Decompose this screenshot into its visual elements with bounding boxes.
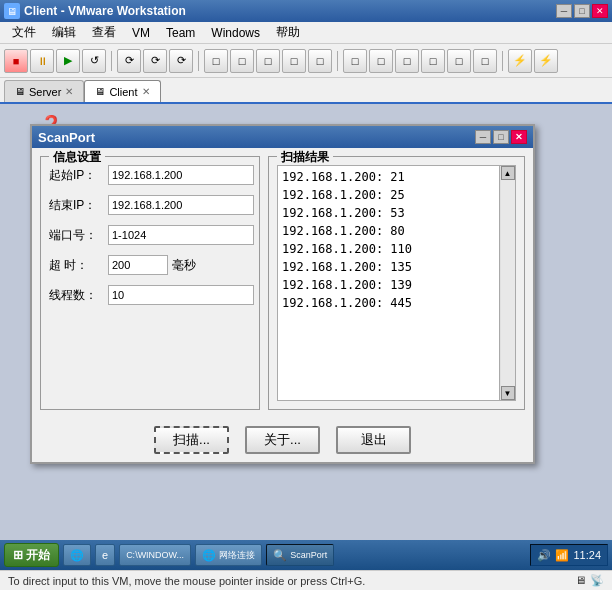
tray-icon-1: 🔊 bbox=[537, 549, 551, 562]
tab-server-close[interactable]: ✕ bbox=[65, 86, 73, 97]
scroll-up[interactable]: ▲ bbox=[501, 166, 515, 180]
taskbar: ⊞ 开始 🌐 e C:\WINDOW... 🌐 网络连接 🔍 ScanPort … bbox=[0, 540, 612, 570]
scanport-icon: 🔍 bbox=[273, 549, 287, 562]
network-icon: 🌐 bbox=[202, 549, 216, 562]
tool-14[interactable]: □ bbox=[473, 49, 497, 73]
tool-1[interactable]: ⟳ bbox=[117, 49, 141, 73]
result-panel: 扫描结果 192.168.1.200: 21192.168.1.200: 251… bbox=[268, 156, 525, 410]
tab-bar: 🖥 Server ✕ 🖥 Client ✕ bbox=[0, 78, 612, 104]
dialog-close[interactable]: ✕ bbox=[511, 130, 527, 144]
port-row: 端口号： bbox=[49, 225, 251, 245]
threads-input[interactable] bbox=[108, 285, 254, 305]
tray-icon-2: 📶 bbox=[555, 549, 569, 562]
menu-windows[interactable]: Windows bbox=[203, 24, 268, 42]
tool-11[interactable]: □ bbox=[395, 49, 419, 73]
maximize-button[interactable]: □ bbox=[574, 4, 590, 18]
taskbar-item-browser[interactable]: 🌐 bbox=[63, 544, 91, 566]
about-button[interactable]: 关于... bbox=[245, 426, 320, 454]
menu-vm[interactable]: VM bbox=[124, 24, 158, 42]
tool-stop[interactable]: ■ bbox=[4, 49, 28, 73]
dialog-title-bar: ScanPort ─ □ ✕ bbox=[32, 126, 533, 148]
sep3 bbox=[337, 51, 338, 71]
taskbar-item-scanport[interactable]: 🔍 ScanPort bbox=[266, 544, 334, 566]
system-tray: 🔊 📶 11:24 bbox=[530, 544, 608, 566]
minimize-button[interactable]: ─ bbox=[556, 4, 572, 18]
tool-13[interactable]: □ bbox=[447, 49, 471, 73]
sep4 bbox=[502, 51, 503, 71]
dialog-title: ScanPort bbox=[38, 130, 473, 145]
menu-edit[interactable]: 编辑 bbox=[44, 22, 84, 43]
menu-team[interactable]: Team bbox=[158, 24, 203, 42]
tool-8[interactable]: □ bbox=[308, 49, 332, 73]
scroll-down[interactable]: ▼ bbox=[501, 386, 515, 400]
start-ip-input[interactable] bbox=[108, 165, 254, 185]
close-button[interactable]: ✕ bbox=[592, 4, 608, 18]
status-icon-2: 📡 bbox=[590, 574, 604, 587]
status-text: To direct input to this VM, move the mou… bbox=[8, 575, 365, 587]
result-item: 192.168.1.200: 110 bbox=[282, 240, 495, 258]
dialog-body: 信息设置 起始IP： 结束IP： 端口号： 超 时： bbox=[32, 148, 533, 418]
sep2 bbox=[198, 51, 199, 71]
taskbar-item-network[interactable]: 🌐 网络连接 bbox=[195, 544, 262, 566]
browser-icon: 🌐 bbox=[70, 549, 84, 562]
info-legend: 信息设置 bbox=[49, 149, 105, 166]
windows-icon: ⊞ bbox=[13, 548, 23, 562]
exit-button[interactable]: 退出 bbox=[336, 426, 411, 454]
app-icon: 🖥 bbox=[4, 3, 20, 19]
dialog-buttons: 扫描... 关于... 退出 bbox=[32, 418, 533, 462]
result-scrollbar[interactable]: ▲ ▼ bbox=[499, 166, 515, 400]
timeout-row: 超 时： 毫秒 bbox=[49, 255, 251, 275]
tool-15[interactable]: ⚡ bbox=[508, 49, 532, 73]
tool-play[interactable]: ▶ bbox=[56, 49, 80, 73]
result-item: 192.168.1.200: 25 bbox=[282, 186, 495, 204]
tool-12[interactable]: □ bbox=[421, 49, 445, 73]
tool-4[interactable]: □ bbox=[204, 49, 228, 73]
end-ip-row: 结束IP： bbox=[49, 195, 251, 215]
tab-client-close[interactable]: ✕ bbox=[142, 86, 150, 97]
tool-pause[interactable]: ⏸ bbox=[30, 49, 54, 73]
taskbar-item-ie[interactable]: e bbox=[95, 544, 115, 566]
scan-button[interactable]: 扫描... bbox=[154, 426, 229, 454]
start-ip-label: 起始IP： bbox=[49, 167, 104, 184]
dialog-maximize[interactable]: □ bbox=[493, 130, 509, 144]
result-item: 192.168.1.200: 135 bbox=[282, 258, 495, 276]
dialog-minimize[interactable]: ─ bbox=[475, 130, 491, 144]
tool-restart[interactable]: ↺ bbox=[82, 49, 106, 73]
start-ip-row: 起始IP： bbox=[49, 165, 251, 185]
taskbar-item-cmd[interactable]: C:\WINDOW... bbox=[119, 544, 191, 566]
tool-9[interactable]: □ bbox=[343, 49, 367, 73]
title-bar-buttons: ─ □ ✕ bbox=[556, 4, 608, 18]
end-ip-label: 结束IP： bbox=[49, 197, 104, 214]
tool-3[interactable]: ⟳ bbox=[169, 49, 193, 73]
start-button[interactable]: ⊞ 开始 bbox=[4, 543, 59, 567]
result-list[interactable]: 192.168.1.200: 21192.168.1.200: 25192.16… bbox=[278, 166, 499, 400]
tool-16[interactable]: ⚡ bbox=[534, 49, 558, 73]
menu-view[interactable]: 查看 bbox=[84, 22, 124, 43]
result-list-container: 192.168.1.200: 21192.168.1.200: 25192.16… bbox=[277, 165, 516, 401]
result-item: 192.168.1.200: 445 bbox=[282, 294, 495, 312]
tool-6[interactable]: □ bbox=[256, 49, 280, 73]
timeout-input[interactable] bbox=[108, 255, 168, 275]
menu-help[interactable]: 帮助 bbox=[268, 22, 308, 43]
status-icons: 🖥 📡 bbox=[575, 574, 604, 587]
timeout-label: 超 时： bbox=[49, 257, 104, 274]
tool-5[interactable]: □ bbox=[230, 49, 254, 73]
scanport-dialog: ScanPort ─ □ ✕ 信息设置 起始IP： 结束IP： bbox=[30, 124, 535, 464]
scroll-track[interactable] bbox=[501, 180, 515, 386]
title-bar: 🖥 Client - VMware Workstation ─ □ ✕ bbox=[0, 0, 612, 22]
vmware-window: 🖥 Client - VMware Workstation ─ □ ✕ 文件 编… bbox=[0, 0, 612, 590]
end-ip-input[interactable] bbox=[108, 195, 254, 215]
tab-client[interactable]: 🖥 Client ✕ bbox=[84, 80, 160, 102]
ie-icon: e bbox=[102, 549, 108, 561]
result-item: 192.168.1.200: 80 bbox=[282, 222, 495, 240]
tool-2[interactable]: ⟳ bbox=[143, 49, 167, 73]
threads-label: 线程数： bbox=[49, 287, 104, 304]
menu-file[interactable]: 文件 bbox=[4, 22, 44, 43]
tool-10[interactable]: □ bbox=[369, 49, 393, 73]
timeout-unit: 毫秒 bbox=[172, 257, 196, 274]
menu-bar: 文件 编辑 查看 VM Team Windows 帮助 bbox=[0, 22, 612, 44]
tab-server[interactable]: 🖥 Server ✕ bbox=[4, 80, 84, 102]
tool-7[interactable]: □ bbox=[282, 49, 306, 73]
port-input[interactable] bbox=[108, 225, 254, 245]
main-content: ❓ ScanPort ─ □ ✕ 信息设置 起始IP： bbox=[0, 104, 612, 540]
